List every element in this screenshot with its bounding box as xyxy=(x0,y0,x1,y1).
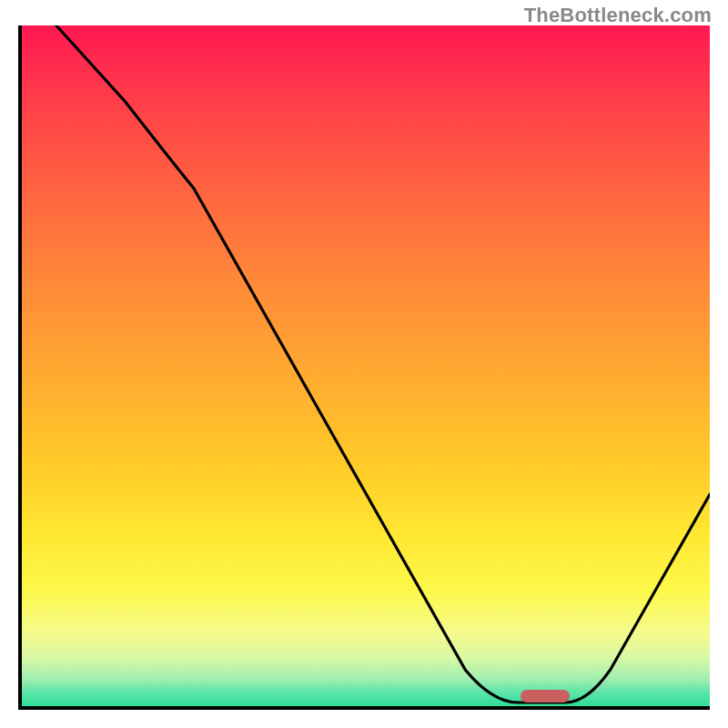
bottleneck-curve-path xyxy=(56,25,710,703)
plot-area xyxy=(18,25,710,710)
curve-layer xyxy=(22,25,710,706)
watermark-text: TheBottleneck.com xyxy=(524,4,712,27)
optimal-marker xyxy=(521,690,570,703)
bottleneck-chart: TheBottleneck.com xyxy=(0,0,728,728)
